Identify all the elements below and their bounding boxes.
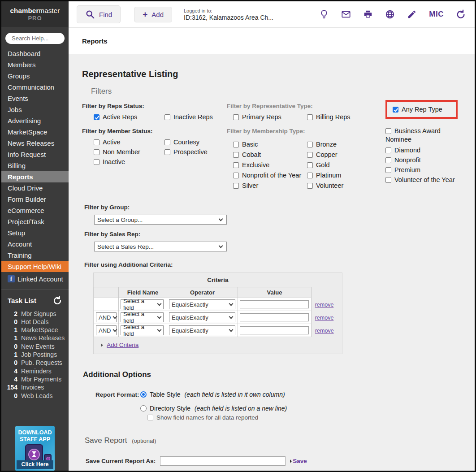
lightbulb-icon[interactable] xyxy=(319,9,329,19)
and-select-2[interactable]: AND xyxy=(96,312,117,322)
checkbox-basic[interactable]: Basic xyxy=(233,141,307,148)
add-criteria-link[interactable]: Add Criteria xyxy=(107,342,138,348)
sidebar-item-project-task[interactable]: Project/Task xyxy=(1,216,69,227)
remove-link-1[interactable]: remove xyxy=(315,302,334,308)
globe-icon[interactable] xyxy=(385,9,395,19)
sidebar-item-ecommerce[interactable]: eCommerce xyxy=(1,205,69,216)
edit-pencil-icon[interactable] xyxy=(407,9,417,19)
sidebar-item-members[interactable]: Members xyxy=(1,59,69,70)
operator-select-1[interactable]: EqualsExactly xyxy=(169,299,235,309)
print-icon[interactable] xyxy=(363,9,373,19)
value-input-2[interactable] xyxy=(240,313,309,321)
refresh-icon[interactable] xyxy=(456,9,466,19)
group-select[interactable]: Select a Group... xyxy=(94,215,227,225)
sidebar-item-dashboard[interactable]: Dashboard xyxy=(1,48,69,59)
field-select-1[interactable]: Select a field xyxy=(121,299,164,309)
sidebar-item-reports[interactable]: Reports xyxy=(1,171,69,182)
click-here-button[interactable]: Click Here xyxy=(17,460,53,469)
search-help-input[interactable] xyxy=(5,33,65,44)
checkbox-platinum[interactable]: Platinum xyxy=(307,172,376,179)
checkbox-primary-reps[interactable]: Primary Reps xyxy=(233,113,307,121)
task-row-news-releases[interactable]: 1News Releases xyxy=(1,334,69,342)
radio-directory-style[interactable]: Directory Style (each field is listed on… xyxy=(140,405,287,412)
sidebar-item-account[interactable]: Account xyxy=(1,238,69,250)
checkbox-gold[interactable]: Gold xyxy=(307,161,376,169)
task-row-invoices[interactable]: 154Invoices xyxy=(1,383,69,391)
sidebar-item-form-builder[interactable]: Form Builder xyxy=(1,194,69,205)
sidebar-item-groups[interactable]: Groups xyxy=(1,70,69,82)
logo-pro: PRO xyxy=(28,15,42,22)
sidebar-item-cloud-drive[interactable]: Cloud Drive xyxy=(1,182,69,194)
task-row-hot-deals[interactable]: 0Hot Deals xyxy=(1,318,69,326)
breadcrumb: Reports xyxy=(82,37,108,45)
task-row-new-events[interactable]: 0New Events xyxy=(1,342,69,351)
checkbox-member-active[interactable]: Active xyxy=(94,139,164,146)
find-button[interactable]: Find xyxy=(77,5,121,23)
checkbox-member-courtesy[interactable]: Courtesy xyxy=(164,139,227,146)
sidebar-item-marketspace[interactable]: MarketSpace xyxy=(1,126,69,138)
sidebar-item-events[interactable]: Events xyxy=(1,93,69,104)
checkbox-silver[interactable]: Silver xyxy=(233,182,307,189)
add-button[interactable]: + Add xyxy=(134,7,172,22)
sidebar-item-linked-account[interactable]: f Linked Account xyxy=(1,272,69,286)
and-select-3[interactable]: AND xyxy=(96,325,117,335)
value-input-3[interactable] xyxy=(240,326,309,334)
checkbox-bronze[interactable]: Bronze xyxy=(307,141,376,148)
save-link[interactable]: Save xyxy=(290,458,307,464)
task-list-title: Task List xyxy=(8,297,36,304)
remove-link-2[interactable]: remove xyxy=(315,315,334,321)
checkbox-volunteer[interactable]: Volunteer xyxy=(307,182,376,189)
checkbox-copper[interactable]: Copper xyxy=(307,151,376,158)
save-report-name-input[interactable] xyxy=(160,456,286,466)
mail-icon[interactable] xyxy=(341,9,351,19)
checkbox-member-prospective[interactable]: Prospective xyxy=(164,148,227,156)
directory-style-note: (each field is listed on a new line) xyxy=(195,405,287,412)
checkbox-member-non-member[interactable]: Non Member xyxy=(94,148,164,156)
task-refresh-icon[interactable] xyxy=(52,296,62,306)
field-select-3[interactable]: Select a field xyxy=(121,325,164,335)
task-row-job-postings[interactable]: 1Job Postings xyxy=(1,351,69,359)
sidebar-item-communication[interactable]: Communication xyxy=(1,82,69,93)
task-row-web-leads[interactable]: 0Web Leads xyxy=(1,392,69,400)
sales-rep-select[interactable]: Select a Sales Rep... xyxy=(94,242,227,251)
task-row-mbr-signups[interactable]: 2Mbr Signups xyxy=(1,310,69,318)
sidebar-item-info-request[interactable]: Info Request xyxy=(1,149,69,160)
checkbox-show-field-names[interactable]: Show field names for all data reported xyxy=(147,414,287,421)
checkbox-diamond[interactable]: Diamond xyxy=(385,147,454,154)
checkbox-business-award-nominee[interactable]: Business Award Nominee xyxy=(385,127,454,144)
operator-select-3[interactable]: EqualsExactly xyxy=(169,325,235,335)
checkbox-member-inactive[interactable]: Inactive xyxy=(94,158,164,165)
checkbox-active-reps[interactable]: Active Reps xyxy=(94,113,164,121)
checkbox-any-rep-type[interactable]: Any Rep Type xyxy=(393,106,442,113)
sidebar-item-jobs[interactable]: Jobs xyxy=(1,104,69,115)
checkbox-exclusive[interactable]: Exclusive xyxy=(233,161,307,169)
operator-select-2[interactable]: EqualsExactly xyxy=(169,312,235,322)
download-staff-app-banner[interactable]: DOWNLOADSTAFF APP Click Here xyxy=(15,426,55,471)
checkbox-cobalt[interactable]: Cobalt xyxy=(233,151,307,158)
value-input-1[interactable] xyxy=(240,300,309,308)
radio-circle xyxy=(140,391,147,398)
checkbox-premium[interactable]: Premium xyxy=(385,166,454,173)
checkbox-billing-reps[interactable]: Billing Reps xyxy=(307,113,376,121)
checkbox-nonprofit[interactable]: Nonprofit xyxy=(385,156,454,164)
sidebar-item-support-help-wiki[interactable]: Support Help/Wiki xyxy=(1,261,69,272)
triangle-icon xyxy=(290,459,292,463)
remove-link-3[interactable]: remove xyxy=(315,328,334,334)
mic-link[interactable]: MIC xyxy=(429,10,444,19)
field-select-2[interactable]: Select a field xyxy=(121,312,164,322)
checkbox-volunteer-of-the-year[interactable]: Volunteer of the Year xyxy=(385,176,454,183)
report-options-panel: Representative Listing Filters Filter by… xyxy=(69,54,475,471)
sidebar-item-advertising[interactable]: Advertising xyxy=(1,115,69,126)
sidebar-item-training[interactable]: Training xyxy=(1,250,69,261)
task-row-marketspace[interactable]: 1MarketSpace xyxy=(1,326,69,334)
radio-table-style[interactable]: Table Style (each field is listed in it … xyxy=(140,391,287,398)
task-row-pub-requests[interactable]: 0Pub. Requests xyxy=(1,359,69,367)
sidebar-item-news-releases[interactable]: News Releases xyxy=(1,138,69,149)
sidebar-item-setup[interactable]: Setup xyxy=(1,227,69,238)
task-row-mbr-payments[interactable]: 4Mbr Payments xyxy=(1,375,69,383)
checkbox-nonprofit-of-the-year[interactable]: Nonprofit of the Year xyxy=(233,172,307,179)
sidebar-item-billing[interactable]: Billing xyxy=(1,160,69,171)
task-row-reminders[interactable]: 4Reminders xyxy=(1,367,69,375)
member-status-label: Filter by Member Status: xyxy=(82,128,227,134)
checkbox-inactive-reps[interactable]: Inactive Reps xyxy=(164,113,227,121)
